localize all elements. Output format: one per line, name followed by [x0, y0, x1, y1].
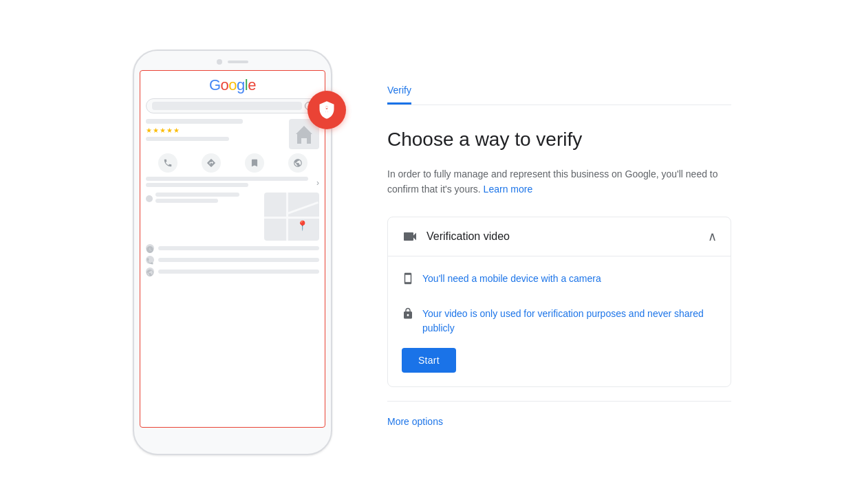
learn-more-link[interactable]: Learn more	[484, 184, 533, 195]
google-logo: Google	[146, 76, 319, 94]
tab-bar: Verify	[387, 76, 731, 105]
business-name-line	[146, 119, 243, 124]
phone-camera	[217, 59, 222, 65]
option-details: You'll need a mobile device with a camer…	[388, 256, 731, 386]
search-bar-placeholder	[152, 102, 302, 110]
lock-icon-svg	[402, 307, 414, 320]
tab-verify[interactable]: Verify	[387, 76, 411, 105]
detail-item-mobile: You'll need a mobile device with a camer…	[402, 262, 717, 287]
option-header[interactable]: Verification video ∧	[388, 217, 731, 256]
globe-icon	[293, 158, 303, 168]
mobile-device-icon	[402, 272, 414, 287]
shield-badge	[307, 91, 346, 129]
ph-line-2	[146, 177, 308, 181]
logo-o2: o	[228, 76, 237, 94]
ph-line-1	[146, 137, 229, 141]
svg-rect-0	[326, 109, 327, 113]
hours-row	[146, 244, 319, 252]
map-road-v	[286, 193, 288, 241]
phone-icon	[146, 256, 154, 264]
addr-line-2	[155, 199, 218, 203]
logo-e: e	[248, 76, 256, 94]
business-info: ★★★★★	[146, 119, 285, 144]
chevron-up-icon[interactable]: ∧	[708, 229, 717, 244]
smartphone-icon	[402, 272, 414, 285]
option-title: Verification video	[426, 230, 510, 243]
website-text	[158, 270, 319, 274]
store-icon	[294, 124, 314, 144]
map-pin: 📍	[296, 220, 308, 231]
map-road-h	[264, 217, 319, 219]
directions-btn	[202, 153, 221, 173]
main-container: Google ★★★★★	[0, 0, 864, 504]
stars: ★★★★★	[146, 127, 285, 134]
hours-text	[158, 246, 319, 250]
logo-g2: g	[237, 76, 245, 94]
svg-rect-1	[326, 106, 327, 109]
addr-line-1	[155, 193, 239, 197]
video-icon	[402, 228, 418, 245]
location-icon	[146, 195, 153, 202]
call-icon	[163, 158, 173, 168]
phone-section: Google ★★★★★	[133, 50, 332, 455]
phone-frame: Google ★★★★★	[133, 50, 332, 455]
phone-text	[158, 258, 319, 262]
detail-item-privacy: Your video is only used for verification…	[402, 297, 717, 336]
description-text: In order to fully manage and represent t…	[387, 166, 731, 197]
phone-row	[146, 256, 319, 264]
save-btn	[245, 153, 264, 173]
verify-section: Verify Choose a way to verify In order t…	[387, 76, 731, 427]
globe-btn	[288, 153, 307, 173]
chevron-icon: ›	[316, 178, 319, 188]
website-row	[146, 267, 319, 276]
logo-o1: o	[221, 76, 229, 94]
map-thumbnail: 📍	[264, 193, 319, 241]
call-btn	[158, 153, 177, 173]
phone-speaker	[228, 61, 248, 63]
business-card: ★★★★★	[146, 119, 319, 149]
option-header-left: Verification video	[402, 228, 510, 245]
page-title: Choose a way to verify	[387, 127, 731, 152]
more-options-link[interactable]: More options	[387, 416, 443, 427]
ph-line-3	[146, 183, 248, 187]
website-icon	[146, 267, 154, 276]
search-bar	[146, 98, 319, 113]
phone-notch	[134, 51, 331, 70]
action-buttons	[146, 153, 319, 173]
shield-exclamation-icon	[317, 100, 336, 120]
video-camera-icon	[402, 228, 418, 245]
save-icon	[250, 158, 259, 168]
map-section: 📍	[146, 193, 319, 241]
detail-item-privacy-text: Your video is only used for verification…	[422, 307, 717, 336]
phone-screen: Google ★★★★★	[140, 70, 325, 428]
verification-option-card: Verification video ∧ You'll need a mobil…	[387, 217, 731, 387]
more-info-row: ›	[146, 177, 319, 190]
description-text-part1: In order to fully manage and represent t…	[387, 168, 718, 195]
map-address-lines	[146, 193, 260, 241]
divider	[387, 401, 731, 402]
clock-icon	[146, 244, 154, 252]
detail-item-mobile-text: You'll need a mobile device with a camer…	[422, 272, 601, 286]
lock-icon	[402, 307, 414, 322]
logo-g: G	[209, 76, 221, 94]
map-road-diag	[287, 201, 318, 214]
start-button[interactable]: Start	[402, 348, 456, 373]
directions-icon	[206, 158, 216, 168]
